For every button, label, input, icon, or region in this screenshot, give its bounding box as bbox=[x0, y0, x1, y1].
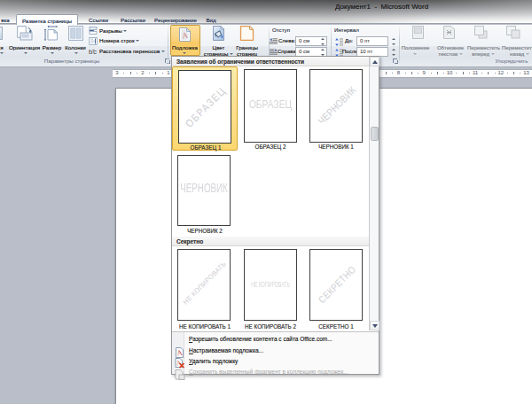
svg-text:c: c bbox=[93, 48, 97, 56]
